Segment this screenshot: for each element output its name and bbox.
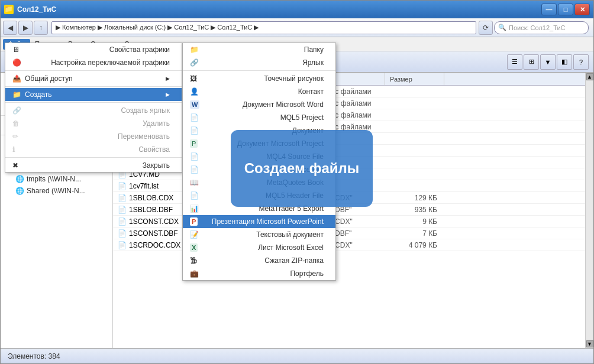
- file-icon: 📄: [118, 182, 127, 190]
- view-details-button[interactable]: ⊞: [524, 54, 539, 70]
- minimize-button[interactable]: —: [541, 4, 557, 15]
- file-icon: 📄: [118, 194, 127, 202]
- bitmap-icon: 🖼: [190, 74, 197, 83]
- address-bar[interactable]: ▶ Компьютер ▶ Локальный диск (C:) ▶ Сол1…: [51, 21, 476, 34]
- scroll-down-button[interactable]: ▼: [586, 340, 593, 347]
- view-buttons: ☰ ⊞ ▼ ◧ ?: [507, 54, 589, 70]
- address-text: ▶ Компьютер ▶ Локальный диск (C:) ▶ Сол1…: [56, 24, 259, 31]
- menu-item-create-shortcut[interactable]: 🔗 Создать ярлык: [5, 104, 182, 117]
- file-icon: 📄: [118, 206, 127, 214]
- mql5-icon: 📄: [190, 165, 199, 174]
- file-menu-dropdown: 🖥 Свойства графики 🔴 Настройка переключа…: [5, 43, 182, 173]
- window-icon: 📁: [4, 5, 14, 14]
- header-icon: 📄: [190, 191, 199, 200]
- sidebar-label-shared: Shared (\\WIN-N...: [27, 187, 85, 195]
- metaquotes-icon: 📖: [190, 178, 199, 187]
- forward-button[interactable]: ▶: [18, 21, 33, 35]
- txt-icon: 📝: [190, 230, 199, 239]
- network-icon: 🌐: [15, 174, 24, 184]
- portfolio-icon: 💼: [190, 269, 199, 278]
- blue-overlay: Создаем файлы: [231, 130, 373, 207]
- view-preview-button[interactable]: ◧: [557, 54, 572, 70]
- mt5-icon: 📊: [190, 204, 199, 213]
- submenu-arrow-icon: ▶: [166, 92, 170, 98]
- submenu-item-shortcut[interactable]: 🔗 Ярлык: [183, 56, 335, 69]
- contact-icon: 👤: [190, 87, 199, 96]
- msproject-icon: P: [190, 139, 198, 148]
- view-extra-button[interactable]: ▼: [540, 54, 556, 70]
- share-menu-icon: 📤: [12, 74, 21, 83]
- gpu-icon: 🖥: [12, 46, 20, 54]
- menu-item-switch-gpu[interactable]: 🔴 Настройка переключаемой графики: [5, 56, 182, 69]
- file-icon: 📄: [118, 241, 127, 249]
- separator: [5, 102, 182, 103]
- create-icon: 📁: [12, 90, 21, 99]
- window-title: Сол12_ТиС: [17, 5, 541, 14]
- submenu-item-ppt[interactable]: P Презентация Microsoft PowerPoint: [183, 215, 335, 228]
- zip-icon: 🗜: [190, 256, 197, 265]
- submenu-item-folder[interactable]: 📁 Папку: [183, 43, 335, 56]
- search-icon: 🔍: [498, 24, 506, 31]
- menu-item-delete[interactable]: 🗑 Удалить: [5, 117, 182, 130]
- menu-item-properties[interactable]: ℹ Свойства: [5, 143, 182, 156]
- close-button[interactable]: ✕: [574, 4, 590, 15]
- submenu-item-zip[interactable]: 🗜 Сжатая ZIP-папка: [183, 254, 335, 267]
- search-bar[interactable]: 🔍 Поиск: Сол12_ТиС: [494, 21, 589, 34]
- submenu-item-txt[interactable]: 📝 Текстовый документ: [183, 228, 335, 241]
- word-icon: W: [190, 100, 199, 109]
- view-list-button[interactable]: ☰: [507, 54, 522, 70]
- ppt-icon: P: [190, 217, 198, 226]
- menu-item-rename[interactable]: ✏ Переименовать: [5, 130, 182, 143]
- shortcut-icon: 🔗: [190, 58, 199, 67]
- submenu-item-word[interactable]: W Документ Microsoft Word: [183, 98, 335, 111]
- mql-icon: 📄: [190, 113, 199, 122]
- submenu-item-portfolio[interactable]: 💼 Портфель: [183, 267, 335, 280]
- refresh-button[interactable]: ⟳: [479, 21, 493, 35]
- doc-icon: 📄: [190, 126, 199, 135]
- navigation-bar: ◀ ▶ ↑ ▶ Компьютер ▶ Локальный диск (C:) …: [1, 18, 593, 37]
- file-icon: 📄: [118, 217, 127, 226]
- col-header-size[interactable]: Размер: [385, 73, 444, 85]
- scroll-up-button[interactable]: ▲: [586, 73, 593, 80]
- maximize-button[interactable]: □: [558, 4, 573, 15]
- folder-icon: 📁: [190, 46, 199, 54]
- sidebar-item-shared[interactable]: 🌐 Shared (\\WIN-N...: [1, 185, 112, 197]
- separator: [5, 86, 182, 87]
- search-placeholder: Поиск: Сол12_ТиС: [509, 24, 566, 31]
- separator: [183, 70, 335, 71]
- scrollbar[interactable]: ▲ ▼: [585, 73, 593, 348]
- shared-icon: 🌐: [15, 186, 24, 196]
- sidebar-label-tmplts: tmplts (\\WIN-N...: [27, 175, 81, 183]
- menu-item-close[interactable]: ✖ Закрыть: [5, 159, 182, 172]
- title-bar: 📁 Сол12_ТиС — □ ✕: [1, 1, 593, 18]
- sidebar-item-tmplts[interactable]: 🌐 tmplts (\\WIN-N...: [1, 173, 112, 185]
- submenu-item-mql5-proj[interactable]: 📄 MQL5 Project: [183, 111, 335, 124]
- submenu-item-excel[interactable]: X Лист Microsoft Excel: [183, 241, 335, 254]
- menu-item-create[interactable]: 📁 Создать ▶: [5, 88, 182, 101]
- status-text: Элементов: 384: [8, 352, 60, 360]
- switch-icon: 🔴: [12, 58, 21, 67]
- menu-item-share[interactable]: 📤 Общий доступ ▶: [5, 72, 182, 85]
- mql4-icon: 📄: [190, 152, 199, 161]
- back-button[interactable]: ◀: [3, 21, 17, 35]
- status-bar: Элементов: 384: [1, 348, 593, 363]
- submenu-item-contact[interactable]: 👤 Контакт: [183, 85, 335, 98]
- file-icon: 📄: [118, 229, 127, 238]
- excel-icon: X: [190, 243, 198, 252]
- window-controls: — □ ✕: [541, 4, 590, 15]
- blue-overlay-text: Создаем файлы: [244, 160, 359, 177]
- submenu-arrow-icon: ▶: [166, 76, 170, 82]
- submenu-item-bitmap[interactable]: 🖼 Точечный рисунок: [183, 72, 335, 85]
- menu-item-gpu-props[interactable]: 🖥 Свойства графики: [5, 43, 182, 56]
- up-button[interactable]: ↑: [34, 21, 48, 35]
- separator: [5, 70, 182, 71]
- help-button[interactable]: ?: [573, 54, 589, 70]
- separator: [5, 157, 182, 158]
